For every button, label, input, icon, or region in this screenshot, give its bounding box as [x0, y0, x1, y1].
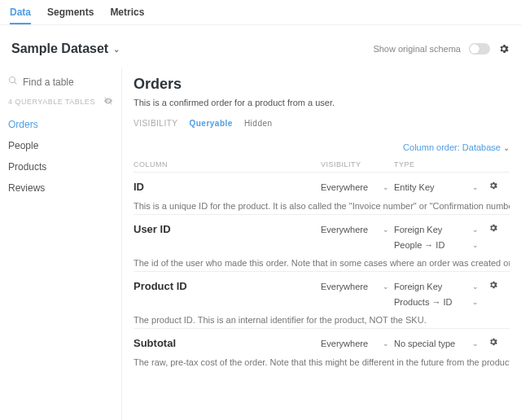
visibility-select[interactable]: Everywhere — [321, 339, 378, 348]
field-description[interactable]: This is a unique ID for the product. It … — [134, 201, 510, 211]
subtab-hidden[interactable]: Hidden — [244, 119, 273, 128]
sidebar-item-reviews[interactable]: Reviews — [8, 177, 113, 199]
sidebar-item-people[interactable]: People — [8, 135, 113, 156]
type-select[interactable]: No special type — [394, 339, 467, 348]
chevron-down-icon: ⌄ — [467, 241, 484, 249]
header-visibility: VISIBILITY — [321, 160, 394, 168]
chevron-down-icon: ⌄ — [467, 298, 484, 306]
queryable-row: 4 QUERYABLE TABLES — [8, 96, 113, 107]
chevron-down-icon: ⌄ — [467, 225, 484, 234]
show-schema-label: Show original schema — [373, 44, 461, 54]
header-type: TYPE — [394, 160, 475, 168]
column-order-text: Column order: Database — [403, 142, 501, 152]
sidebar-search[interactable] — [8, 76, 113, 88]
table-title[interactable]: Orders — [134, 76, 510, 93]
chevron-down-icon: ⌄ — [467, 183, 484, 191]
field-name[interactable]: ID — [134, 181, 321, 193]
column-order-select[interactable]: Column order: Database ⌄ — [134, 142, 510, 152]
show-schema-toggle[interactable] — [469, 43, 490, 55]
top-tabs: Data Segments Metrics — [0, 0, 521, 25]
chevron-down-icon: ⌄ — [378, 183, 394, 191]
chevron-down-icon: ⌄ — [378, 282, 394, 291]
chevron-down-icon: ⌄ — [503, 143, 510, 152]
subtab-queryable[interactable]: Queryable — [189, 119, 232, 128]
visibility-select[interactable]: Everywhere — [321, 182, 378, 192]
subtab-label: VISIBILITY — [134, 119, 177, 128]
visibility-subtabs: VISIBILITY Queryable Hidden — [134, 119, 510, 128]
main-panel: Orders This is a confirmed order for a p… — [122, 68, 521, 420]
field-gear-icon[interactable] — [484, 223, 498, 235]
dataset-title[interactable]: Sample Dataset ⌄ — [11, 42, 120, 56]
gear-icon[interactable] — [498, 43, 510, 55]
fk-select[interactable]: People → ID — [394, 240, 467, 250]
type-select[interactable]: Foreign Key — [394, 225, 467, 234]
table-description[interactable]: This is a confirmed order for a product … — [134, 98, 510, 107]
visibility-select[interactable]: Everywhere — [321, 225, 378, 234]
field-description[interactable]: The raw, pre-tax cost of the order. Note… — [134, 357, 510, 367]
dataset-title-text: Sample Dataset — [11, 42, 108, 56]
field-block: Product IDEverywhere⌄Foreign Key⌄Product… — [134, 271, 510, 328]
field-gear-icon[interactable] — [484, 337, 498, 349]
chevron-down-icon: ⌄ — [113, 45, 120, 54]
field-block: SubtotalEverywhere⌄No special type⌄The r… — [134, 328, 510, 370]
sidebar-item-products[interactable]: Products — [8, 156, 113, 177]
header-column: COLUMN — [134, 160, 321, 168]
queryable-label: 4 QUERYABLE TABLES — [8, 98, 95, 106]
tab-metrics[interactable]: Metrics — [110, 7, 144, 24]
field-block: IDEverywhere⌄Entity Key⌄This is a unique… — [134, 172, 510, 214]
chevron-down-icon: ⌄ — [467, 339, 484, 348]
field-name[interactable]: User ID — [134, 223, 321, 235]
fk-select[interactable]: Products → ID — [394, 297, 467, 307]
field-name[interactable]: Product ID — [134, 280, 321, 292]
field-description[interactable]: The product ID. This is an internal iden… — [134, 315, 510, 325]
eye-off-icon[interactable] — [103, 96, 113, 107]
search-input[interactable] — [23, 77, 104, 88]
tab-segments[interactable]: Segments — [47, 7, 94, 24]
visibility-select[interactable]: Everywhere — [321, 282, 378, 291]
field-block: User IDEverywhere⌄Foreign Key⌄People → I… — [134, 214, 510, 271]
column-headers: COLUMN VISIBILITY TYPE — [134, 157, 510, 172]
chevron-down-icon: ⌄ — [378, 225, 394, 234]
tab-data[interactable]: Data — [10, 7, 31, 24]
type-select[interactable]: Foreign Key — [394, 282, 467, 291]
type-select[interactable]: Entity Key — [394, 182, 467, 192]
field-description[interactable]: The id of the user who made this order. … — [134, 258, 510, 268]
field-gear-icon[interactable] — [484, 280, 498, 292]
chevron-down-icon: ⌄ — [378, 339, 394, 348]
chevron-down-icon: ⌄ — [467, 282, 484, 291]
sidebar: 4 QUERYABLE TABLES Orders People Product… — [0, 68, 122, 420]
search-icon — [8, 76, 18, 88]
fields-container: IDEverywhere⌄Entity Key⌄This is a unique… — [134, 172, 510, 370]
sidebar-item-orders[interactable]: Orders — [8, 114, 113, 135]
field-name[interactable]: Subtotal — [134, 337, 321, 349]
field-gear-icon[interactable] — [484, 181, 498, 193]
header-bar: Sample Dataset ⌄ Show original schema — [0, 25, 521, 68]
header-right: Show original schema — [373, 43, 510, 55]
